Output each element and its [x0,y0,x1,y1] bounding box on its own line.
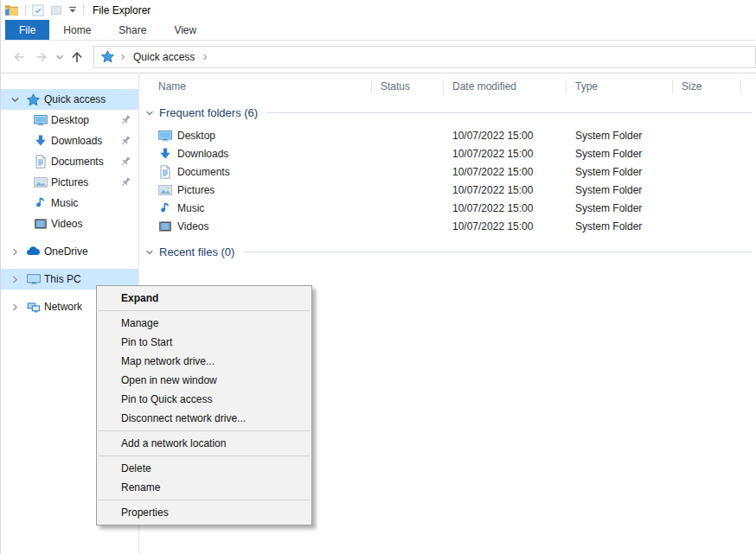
sidebar-item-label: Music [51,197,78,209]
cell-type: System Folder [567,220,673,232]
tab-share[interactable]: Share [105,20,160,40]
file-name-label: Music [177,202,204,214]
chevron-right-icon[interactable] [8,246,22,258]
menu-item-rename[interactable]: Rename [97,478,311,497]
sidebar-item-label: Network [44,301,82,313]
breadcrumb-chevron-icon[interactable] [119,53,127,61]
file-row-music[interactable]: Music10/07/2022 15:00System Folder [139,199,756,217]
sidebar-item-onedrive[interactable]: OneDrive [1,241,138,262]
cell-name: Downloads [139,147,372,161]
sidebar-item-music[interactable]: Music [1,193,138,213]
explorer-logo-icon [4,3,19,16]
file-list: Frequent folders (6)Desktop10/07/2022 15… [139,106,756,258]
pin-icon [119,156,131,168]
chevron-down-icon[interactable] [8,94,22,105]
recent-locations-dropdown-icon[interactable] [53,46,66,68]
qat-properties-button[interactable] [32,4,44,16]
column-header-type[interactable]: Type [567,77,673,96]
column-header-status[interactable]: Status [372,77,444,96]
group-header-frequent-folders-6[interactable]: Frequent folders (6) [144,106,753,119]
qat-new-folder-button[interactable] [50,4,62,16]
column-header-date-modified[interactable]: Date modified [444,77,567,96]
cell-type: System Folder [567,184,673,196]
breadcrumb-chevron-icon[interactable] [201,53,209,61]
cell-date: 10/07/2022 15:00 [444,166,567,178]
onedrive-icon [26,245,41,258]
menu-item-manage[interactable]: Manage [97,314,311,333]
desktop-icon [158,129,172,143]
menu-item-add-a-network-location[interactable]: Add a network location [97,434,311,453]
back-button[interactable] [8,46,30,68]
cell-type: System Folder [567,148,673,160]
menu-item-expand[interactable]: Expand [97,289,311,308]
tab-file[interactable]: File [5,20,49,40]
qat-customize-dropdown-icon[interactable] [68,6,77,14]
file-row-pictures[interactable]: Pictures10/07/2022 15:00System Folder [139,181,756,199]
menu-separator [99,310,310,311]
chevron-right-icon[interactable] [8,274,22,285]
window-title: File Explorer [93,4,151,16]
qat-separator [83,4,84,16]
cell-date: 10/07/2022 15:00 [444,148,567,160]
menu-item-properties[interactable]: Properties [97,503,311,522]
group-header-label: Recent files (0) [159,245,234,258]
group-collapse-chevron-icon[interactable] [144,247,155,258]
sidebar-item-label: This PC [44,273,81,285]
music-icon [158,201,172,215]
address-bar[interactable]: Quick access [93,46,756,68]
group-header-label: Frequent folders (6) [159,106,258,119]
cell-date: 10/07/2022 15:00 [444,130,567,142]
sidebar-item-videos[interactable]: Videos [1,213,138,234]
group-header-recent-files-0[interactable]: Recent files (0) [144,245,753,258]
group-header-rule [243,252,753,252]
file-row-videos[interactable]: Videos10/07/2022 15:00System Folder [139,217,756,235]
breadcrumb-quick-access[interactable]: Quick access [131,51,196,63]
file-row-documents[interactable]: Documents10/07/2022 15:00System Folder [139,162,756,181]
menu-item-disconnect-network-drive[interactable]: Disconnect network drive... [97,409,311,428]
menu-separator [99,430,310,431]
menu-item-open-in-new-window[interactable]: Open in new window [97,371,311,390]
documents-icon [158,165,172,179]
thispc-icon [26,272,41,286]
cell-type: System Folder [567,130,673,142]
menu-item-delete[interactable]: Delete [97,459,311,478]
pin-icon [119,176,131,188]
menu-separator [99,455,310,456]
menu-item-pin-to-start[interactable]: Pin to Start [97,333,311,352]
file-explorer-window: File Explorer FileHomeShareView Quick ac… [0,0,756,554]
chevron-right-icon[interactable] [8,302,22,313]
file-row-downloads[interactable]: Downloads10/07/2022 15:00System Folder [139,144,756,162]
file-name-label: Pictures [177,184,215,196]
documents-icon [33,155,48,169]
sidebar-item-label: Pictures [51,176,88,188]
sidebar-item-documents[interactable]: Documents [1,151,138,172]
up-button[interactable] [66,46,88,68]
file-name-label: Downloads [177,148,228,160]
column-header-size[interactable]: Size [673,77,741,96]
cell-name: Videos [139,220,372,233]
group-collapse-chevron-icon[interactable] [144,108,155,118]
forward-button[interactable] [30,46,53,68]
pin-icon [119,114,131,126]
tab-view[interactable]: View [160,20,210,40]
sidebar-item-pictures[interactable]: Pictures [1,172,138,193]
cell-type: System Folder [567,202,673,214]
ribbon-tabs: FileHomeShareView [1,20,756,41]
titlebar: File Explorer [1,0,756,20]
downloads-icon [33,134,48,148]
sidebar-item-quick-access[interactable]: Quick access [1,89,138,110]
cell-date: 10/07/2022 15:00 [444,202,567,214]
menu-item-pin-to-quick-access[interactable]: Pin to Quick access [97,390,311,409]
sidebar-item-downloads[interactable]: Downloads [1,131,138,151]
menu-item-map-network-drive[interactable]: Map network drive... [97,352,311,371]
music-icon [33,196,48,210]
sidebar-item-label: Downloads [51,135,102,147]
file-row-desktop[interactable]: Desktop10/07/2022 15:00System Folder [139,126,756,144]
sidebar-item-desktop[interactable]: Desktop [1,110,138,131]
pictures-icon [33,175,48,189]
pictures-icon [158,183,172,197]
tab-home[interactable]: Home [49,20,105,40]
videos-icon [158,220,172,233]
pin-icon [119,135,131,147]
column-header-name[interactable]: Name [139,77,372,96]
